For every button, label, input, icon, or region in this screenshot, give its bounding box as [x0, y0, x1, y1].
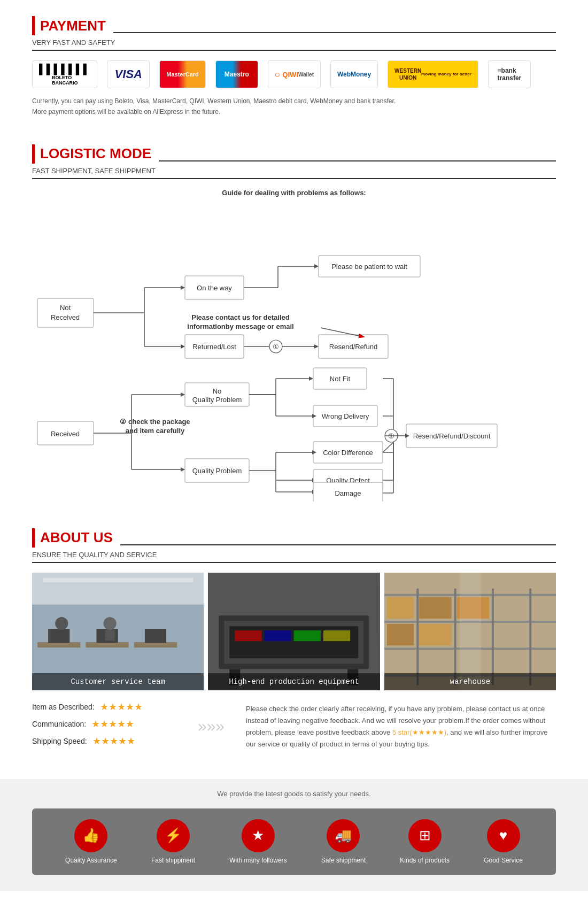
payment-divider	[113, 32, 556, 33]
rating-stars-described: ★★★★★	[100, 701, 143, 713]
svg-rect-108	[265, 630, 291, 641]
logistic-divider	[159, 160, 556, 161]
kinds-icon-label: Kinds of products	[400, 857, 450, 864]
followers-icon-circle: ★	[242, 819, 275, 852]
payment-logos: ▌▌▌▌▌▌▌ BOLETOBANCARIO VISA MasterCard M…	[32, 60, 556, 88]
ratings-left: Item as Described: ★★★★★ Communication: …	[32, 701, 171, 752]
about-images: Customer service team	[32, 573, 556, 690]
svg-text:Returned/Lost: Returned/Lost	[192, 343, 236, 351]
bottom-section: We provide the latest goods to satisfy y…	[0, 779, 588, 891]
svg-text:informationby message or email: informationby message or email	[187, 322, 293, 330]
svg-text:Quality Problem: Quality Problem	[192, 467, 242, 475]
office-label: Customer service team	[32, 673, 204, 690]
payment-bar	[32, 16, 35, 35]
icon-quality: 👍 Quality Assurance	[65, 819, 117, 864]
logistic-bar	[32, 144, 35, 164]
about-subtitle: ENSURE THE QUALITY AND SERVICE	[32, 551, 556, 563]
about-bar	[32, 528, 35, 548]
svg-text:No: No	[213, 387, 222, 395]
svg-point-101	[104, 617, 117, 630]
logistic-header: LOGISTIC MODE	[32, 144, 556, 164]
ratings-row: Item as Described: ★★★★★ Communication: …	[32, 701, 556, 752]
svg-marker-48	[309, 376, 313, 381]
svg-rect-107	[235, 630, 262, 641]
rating-stars-shipping: ★★★★★	[92, 735, 135, 747]
svg-text:Quality Problem: Quality Problem	[192, 396, 242, 404]
svg-text:»»»: »»»	[198, 717, 225, 735]
maestro-logo: Maestro	[215, 60, 258, 88]
svg-rect-110	[323, 630, 350, 641]
payment-header: PAYMENT	[32, 16, 556, 35]
svg-rect-125	[387, 624, 414, 645]
safe-ship-icon-circle: 🚚	[327, 819, 360, 852]
logistic-section: LOGISTIC MODE FAST SHIPPMENT, SAFE SHIPP…	[0, 134, 588, 518]
payment-section: PAYMENT VERY FAST AND SAFETY ▌▌▌▌▌▌▌ BOL…	[0, 0, 588, 134]
followers-icon-label: With many followers	[229, 857, 287, 864]
svg-text:①: ①	[273, 343, 279, 351]
mastercard-logo: MasterCard	[159, 60, 206, 88]
about-divider	[120, 544, 556, 545]
svg-line-83	[383, 442, 393, 452]
svg-rect-126	[419, 624, 451, 645]
fast-ship-icon-label: Fast shippment	[151, 857, 195, 864]
svg-marker-24	[314, 344, 319, 349]
bank-transfer-logo: ≡banktransfer	[488, 60, 531, 88]
service-icon-circle: ♥	[487, 819, 520, 852]
svg-rect-98	[145, 629, 166, 643]
rating-item-described: Item as Described: ★★★★★	[32, 701, 171, 713]
kinds-icon-circle: ⊞	[408, 819, 442, 852]
svg-rect-92	[43, 577, 193, 582]
svg-point-99	[55, 617, 68, 630]
about-header: ABOUT US	[32, 528, 556, 548]
svg-text:Color Difference: Color Difference	[323, 449, 373, 457]
svg-rect-123	[419, 597, 451, 619]
svg-marker-37	[181, 392, 185, 397]
about-title: ABOUT US	[40, 529, 113, 546]
svg-text:② check the package: ② check the package	[120, 418, 190, 426]
svg-rect-122	[387, 597, 414, 619]
svg-text:On the way: On the way	[197, 284, 232, 292]
rating-label-described: Item as Described:	[32, 703, 95, 711]
webmoney-logo: WebMoney	[330, 60, 378, 88]
svg-marker-9	[181, 344, 185, 349]
icon-service: ♥ Good Service	[484, 819, 523, 864]
svg-text:and item carefully: and item carefully	[126, 427, 185, 435]
rating-label-shipping: Shipping Speed:	[32, 737, 87, 745]
rating-label-communication: Communication:	[32, 720, 86, 728]
office-image: Customer service team	[32, 573, 204, 690]
five-star-text: 5 star(★★★★★)	[392, 728, 446, 736]
svg-text:Not: Not	[60, 304, 71, 312]
svg-marker-6	[181, 286, 185, 290]
machine-image: High-end production equipment	[208, 573, 380, 690]
svg-rect-94	[86, 642, 128, 648]
logistic-subtitle: FAST SHIPPMENT, SAFE SHIPPMENT	[32, 167, 556, 179]
svg-text:Not Fit: Not Fit	[330, 375, 351, 383]
svg-text:Please be patient to wait: Please be patient to wait	[331, 263, 407, 271]
qiwi-logo: ○ QIWIWallet	[268, 60, 321, 88]
svg-text:Received: Received	[51, 313, 80, 321]
bottom-tagline: We provide the latest goods to satisfy y…	[32, 790, 556, 798]
rating-item-shipping: Shipping Speed: ★★★★★	[32, 735, 171, 747]
quality-icon-label: Quality Assurance	[65, 857, 117, 864]
service-icon-label: Good Service	[484, 857, 523, 864]
svg-rect-121	[529, 588, 531, 685]
quality-icon-circle: 👍	[74, 819, 107, 852]
svg-rect-0	[37, 298, 94, 327]
rating-item-communication: Communication: ★★★★★	[32, 718, 171, 730]
svg-rect-109	[294, 630, 321, 641]
svg-rect-119	[454, 588, 456, 685]
svg-text:Damage: Damage	[335, 489, 361, 497]
logistic-title: LOGISTIC MODE	[40, 145, 151, 162]
ratings-desc: Please check the order clearly after rec…	[246, 703, 556, 750]
fast-ship-icon-circle: ⚡	[157, 819, 190, 852]
icon-safe-ship: 🚚 Safe shippment	[321, 819, 366, 864]
icon-kinds: ⊞ Kinds of products	[400, 819, 450, 864]
about-section: ABOUT US ENSURE THE QUALITY AND SERVICE	[0, 518, 588, 779]
svg-text:Wrong Delivery: Wrong Delivery	[322, 412, 369, 420]
icon-fast-ship: ⚡ Fast shippment	[151, 819, 195, 864]
payment-desc1: Currently, you can pay using Boleto, Vis…	[32, 96, 556, 106]
western-union-logo: WESTERNUNIONmoving money for better	[388, 60, 478, 88]
icons-bar: 👍 Quality Assurance ⚡ Fast shippment ★ W…	[32, 808, 556, 875]
guide-title: Guide for dealing with problems as follo…	[32, 189, 556, 197]
payment-desc2: More payment options will be available o…	[32, 106, 556, 117]
